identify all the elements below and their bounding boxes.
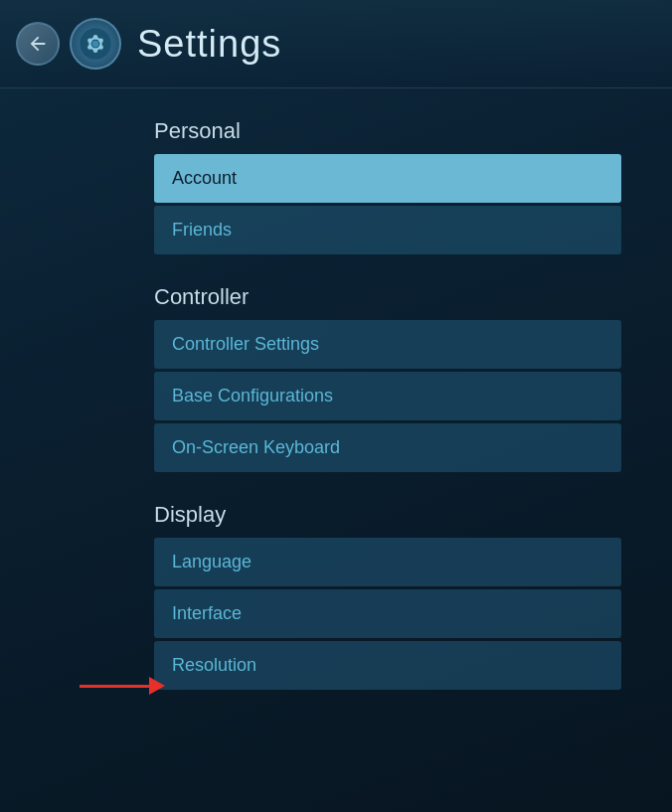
svg-point-3 [98,38,103,43]
section-personal: Personal Account Friends [154,118,672,254]
steam-logo [70,18,121,70]
back-button[interactable] [16,22,60,66]
svg-point-6 [87,45,92,50]
section-title-controller: Controller [154,284,672,310]
svg-point-4 [98,45,103,50]
menu-item-account[interactable]: Account [154,154,621,203]
arrow-indicator [80,677,165,695]
menu-item-language[interactable]: Language [154,538,621,586]
header: Settings [0,0,672,88]
section-title-display: Display [154,502,672,528]
settings-content: Personal Account Friends Controller Cont… [0,88,672,749]
section-title-personal: Personal [154,118,672,144]
svg-point-2 [93,35,98,40]
svg-point-5 [93,49,98,54]
page-title: Settings [137,23,281,66]
menu-item-resolution[interactable]: Resolution [154,641,621,690]
svg-point-7 [87,38,92,43]
arrow-shaft [80,685,149,688]
menu-item-controller-settings[interactable]: Controller Settings [154,320,621,369]
section-controller: Controller Controller Settings Base Conf… [154,284,672,472]
menu-item-base-configurations[interactable]: Base Configurations [154,372,621,420]
menu-item-friends[interactable]: Friends [154,206,621,254]
menu-item-on-screen-keyboard[interactable]: On-Screen Keyboard [154,423,621,472]
arrow-head [149,677,165,695]
section-display: Display Language Interface Resolution [154,502,672,690]
svg-point-8 [92,41,99,48]
menu-item-interface[interactable]: Interface [154,589,621,638]
